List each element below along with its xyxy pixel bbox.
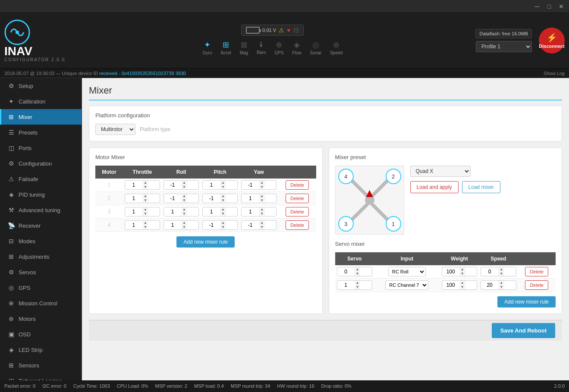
- throttle-up-2[interactable]: ▲: [142, 194, 148, 198]
- servo-down-1[interactable]: ▼: [355, 285, 361, 289]
- save-reboot-button[interactable]: Save And Reboot: [492, 323, 555, 338]
- load-mixer-button[interactable]: Load mixer: [462, 181, 500, 193]
- roll-down-4[interactable]: ▼: [181, 225, 187, 229]
- throttle-down-3[interactable]: ▼: [142, 212, 148, 216]
- yaw-input[interactable]: [242, 181, 259, 189]
- yaw-input-3[interactable]: [242, 207, 259, 216]
- sidebar-item-tethered-logging[interactable]: ◫ Tethered Logging: [0, 373, 82, 380]
- servo-down-0[interactable]: ▼: [355, 272, 361, 276]
- sidebar-item-modes[interactable]: ⊟ Modes: [0, 233, 82, 249]
- delete-motor-3[interactable]: Delete: [286, 207, 309, 216]
- yaw-down-2[interactable]: ▼: [259, 198, 265, 203]
- sidebar-item-setup[interactable]: ⚙ Setup: [0, 78, 82, 94]
- sidebar-item-advanced-tuning[interactable]: ⚒ Advanced tuning: [0, 202, 82, 218]
- yaw-down[interactable]: ▼: [259, 185, 265, 189]
- sidebar-item-adjustments[interactable]: ⊞ Adjustments: [0, 249, 82, 264]
- throttle-up-4[interactable]: ▲: [142, 221, 148, 225]
- speed-up-1[interactable]: ▲: [498, 281, 504, 285]
- platform-type-select[interactable]: Multirotor Airplane Helicopter Tricopter: [95, 124, 135, 135]
- roll-up-3[interactable]: ▲: [181, 207, 187, 212]
- yaw-up-2[interactable]: ▲: [259, 194, 265, 198]
- sidebar-item-osd[interactable]: ▣ OSD: [0, 326, 82, 342]
- show-log-button[interactable]: Show Log: [544, 71, 565, 76]
- pitch-up-2[interactable]: ▲: [220, 194, 226, 198]
- quad-type-select[interactable]: Quad X Quad + Tricopter Hex X Hex + Y6: [410, 166, 471, 177]
- delete-servo-1[interactable]: Delete: [525, 280, 548, 290]
- throttle-down-4[interactable]: ▼: [142, 225, 148, 229]
- sidebar-item-ports[interactable]: ◫ Ports: [0, 140, 82, 156]
- throttle-down[interactable]: ▼: [142, 185, 148, 189]
- pitch-down-2[interactable]: ▼: [220, 198, 226, 203]
- yaw-up-4[interactable]: ▲: [259, 221, 265, 225]
- pitch-up-4[interactable]: ▲: [220, 221, 226, 225]
- pitch-down-4[interactable]: ▼: [220, 225, 226, 229]
- roll-up[interactable]: ▲: [181, 181, 187, 185]
- pitch-up[interactable]: ▲: [220, 181, 226, 185]
- throttle-up[interactable]: ▲: [142, 181, 148, 185]
- sidebar-item-presets[interactable]: ☰ Presets: [0, 125, 82, 140]
- pitch-input-3[interactable]: [203, 207, 220, 216]
- yaw-down-4[interactable]: ▼: [259, 225, 265, 229]
- add-motor-rule-button[interactable]: Add new mixer rule: [176, 236, 235, 248]
- profile-select[interactable]: Profile 1: [476, 41, 532, 52]
- roll-up-4[interactable]: ▲: [181, 221, 187, 225]
- sidebar-item-failsafe[interactable]: ⚠ Failsafe: [0, 171, 82, 187]
- pitch-down[interactable]: ▼: [220, 185, 226, 189]
- servo-num-1[interactable]: [337, 281, 355, 289]
- sidebar-item-calibration[interactable]: ✦ Calibration: [0, 94, 82, 109]
- pitch-input[interactable]: [203, 181, 220, 189]
- delete-servo-0[interactable]: Delete: [525, 267, 548, 276]
- sidebar-item-sensors[interactable]: ⊞ Sensors: [0, 358, 82, 373]
- speed-1[interactable]: [481, 281, 498, 289]
- roll-up-2[interactable]: ▲: [181, 194, 187, 198]
- weight-down-1[interactable]: ▼: [459, 285, 465, 289]
- delete-motor-2[interactable]: Delete: [286, 194, 309, 203]
- maximize-button[interactable]: □: [545, 3, 553, 10]
- sidebar-item-pid-tuning[interactable]: ◈ PID tuning: [0, 187, 82, 202]
- sidebar-item-led-strip[interactable]: ◈ LED Strip: [0, 342, 82, 358]
- roll-down-3[interactable]: ▼: [181, 212, 187, 216]
- delete-motor-4[interactable]: Delete: [286, 220, 309, 230]
- weight-1[interactable]: [442, 281, 459, 289]
- sidebar-item-mission-control[interactable]: ⊕ Mission Control: [0, 295, 82, 311]
- roll-input-3[interactable]: [164, 207, 181, 216]
- load-apply-button[interactable]: Load and apply: [410, 181, 459, 193]
- yaw-input-2[interactable]: [242, 194, 259, 203]
- roll-input-4[interactable]: [164, 221, 181, 229]
- servo-input-0[interactable]: RC Roll RC PitchRC YawRC Throttle: [388, 267, 426, 276]
- throttle-input-4[interactable]: [125, 221, 142, 229]
- add-servo-rule-button[interactable]: Add new mixer rule: [497, 296, 556, 307]
- minimize-button[interactable]: ─: [533, 3, 541, 10]
- weight-down-0[interactable]: ▼: [459, 272, 465, 276]
- sidebar-item-servos[interactable]: ⚙ Servos: [0, 264, 82, 280]
- roll-down-2[interactable]: ▼: [181, 198, 187, 203]
- delete-motor-1[interactable]: Delete: [286, 180, 309, 190]
- throttle-up-3[interactable]: ▲: [142, 207, 148, 212]
- throttle-input[interactable]: [125, 181, 142, 189]
- speed-down-1[interactable]: ▼: [498, 285, 504, 289]
- servo-input-1[interactable]: RC Channel 7 RC RollRC PitchRC Yaw: [385, 280, 428, 290]
- servo-up-0[interactable]: ▲: [355, 267, 361, 272]
- throttle-input-2[interactable]: [125, 194, 142, 203]
- weight-0[interactable]: [442, 267, 459, 276]
- sidebar-item-gps[interactable]: ◎ GPS: [0, 280, 82, 295]
- weight-up-1[interactable]: ▲: [459, 281, 465, 285]
- weight-up-0[interactable]: ▲: [459, 267, 465, 272]
- speed-up-0[interactable]: ▲: [498, 267, 504, 272]
- roll-input[interactable]: [164, 181, 181, 189]
- pitch-down-3[interactable]: ▼: [220, 212, 226, 216]
- throttle-down-2[interactable]: ▼: [142, 198, 148, 203]
- pitch-input-2[interactable]: [203, 194, 220, 203]
- speed-down-0[interactable]: ▼: [498, 272, 504, 276]
- sidebar-item-configuration[interactable]: ⚙ Configuration: [0, 156, 82, 171]
- close-button[interactable]: ✕: [557, 3, 566, 10]
- yaw-up[interactable]: ▲: [259, 181, 265, 185]
- disconnect-button[interactable]: ⚡ Disconnect: [539, 28, 565, 53]
- yaw-input-4[interactable]: [242, 221, 259, 229]
- pitch-input-4[interactable]: [203, 221, 220, 229]
- sidebar-item-mixer[interactable]: ⊞ Mixer: [0, 109, 82, 125]
- speed-0[interactable]: [481, 267, 498, 276]
- throttle-input-3[interactable]: [125, 207, 142, 216]
- sidebar-item-receiver[interactable]: 📡 Receiver: [0, 218, 82, 233]
- yaw-up-3[interactable]: ▲: [259, 207, 265, 212]
